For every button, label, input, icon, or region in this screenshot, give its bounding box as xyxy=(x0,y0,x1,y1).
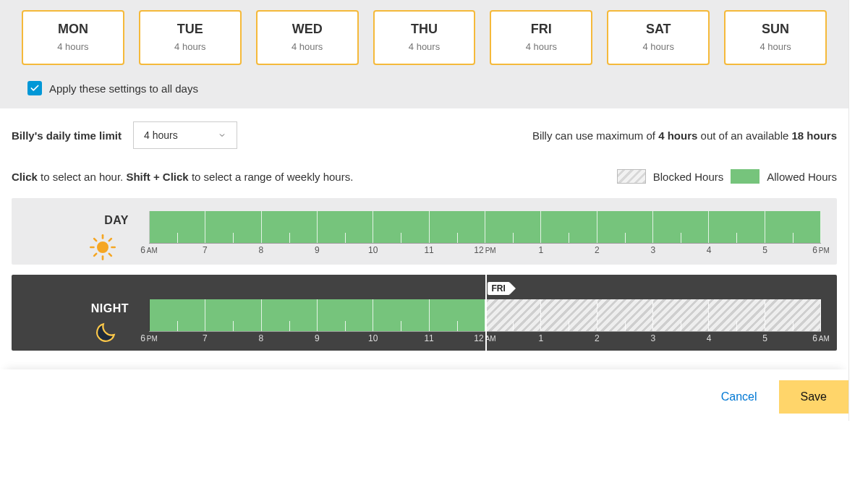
hour-cell[interactable] xyxy=(150,211,205,243)
selection-instructions: Click to select an hour. Shift + Click t… xyxy=(12,171,353,183)
hour-cell[interactable] xyxy=(373,299,429,331)
day-card-abbr: WED xyxy=(258,22,357,37)
legend-allowed-label: Allowed Hours xyxy=(767,171,837,183)
time-tick: 10 xyxy=(368,333,378,343)
day-card-duration: 4 hours xyxy=(23,41,123,52)
day-card-sat[interactable]: SAT4 hours xyxy=(607,10,710,65)
time-tick: 10 xyxy=(368,245,378,255)
hour-cell[interactable] xyxy=(485,211,541,243)
time-tick: 4 xyxy=(707,333,712,343)
time-tick: 9 xyxy=(315,333,320,343)
time-tick: 6AM xyxy=(812,333,830,343)
time-tick: 8 xyxy=(258,245,263,255)
day-card-duration: 4 hours xyxy=(375,41,475,52)
svg-line-5 xyxy=(94,239,96,241)
day-card-abbr: SAT xyxy=(608,22,708,37)
hour-cell[interactable] xyxy=(150,299,205,331)
hour-cell[interactable] xyxy=(262,299,318,331)
schedule-day: DAY 6AM789101112PM123456PM xyxy=(12,198,837,265)
time-tick: 12PM xyxy=(474,245,495,255)
hour-cell[interactable] xyxy=(541,299,597,331)
time-tick: 11 xyxy=(424,245,433,255)
day-card-abbr: THU xyxy=(375,22,475,37)
moon-icon xyxy=(27,321,129,346)
hour-cell[interactable] xyxy=(653,299,709,331)
day-card-abbr: SUN xyxy=(726,22,825,37)
time-tick: 7 xyxy=(203,245,208,255)
daily-limit-selected: 4 hours xyxy=(144,129,178,141)
day-card-abbr: MON xyxy=(23,22,123,37)
day-card-fri[interactable]: FRI4 hours xyxy=(490,10,592,65)
check-icon xyxy=(30,83,40,93)
day-card-sun[interactable]: SUN4 hours xyxy=(724,10,827,65)
time-tick: 5 xyxy=(762,245,767,255)
day-card-duration: 4 hours xyxy=(608,41,708,52)
legend-blocked-label: Blocked Hours xyxy=(653,171,724,183)
time-tick: 1 xyxy=(539,333,544,343)
day-card-mon[interactable]: MON4 hours xyxy=(22,10,124,65)
apply-all-checkbox[interactable] xyxy=(27,81,42,95)
day-card-tue[interactable]: TUE4 hours xyxy=(139,10,242,65)
svg-line-8 xyxy=(109,239,111,241)
hour-cell[interactable] xyxy=(485,299,541,331)
time-tick: 12AM xyxy=(474,333,495,343)
time-tick: 3 xyxy=(650,245,655,255)
time-tick: 8 xyxy=(258,333,263,343)
hour-cell[interactable] xyxy=(373,211,429,243)
footer-actions: Cancel Save xyxy=(0,369,848,421)
hour-cell[interactable] xyxy=(653,211,709,243)
day-card-duration: 4 hours xyxy=(726,41,825,52)
time-tick: 9 xyxy=(315,245,320,255)
day-card-wed[interactable]: WED4 hours xyxy=(256,10,359,65)
legend-blocked-swatch xyxy=(617,169,646,184)
hour-cell[interactable] xyxy=(765,211,821,243)
hour-cell[interactable] xyxy=(205,299,261,331)
day-card-abbr: FRI xyxy=(491,22,591,37)
time-tick: 2 xyxy=(595,333,600,343)
hour-cell[interactable] xyxy=(597,299,653,331)
day-card-duration: 4 hours xyxy=(491,41,591,52)
current-day-marker: FRI xyxy=(488,282,510,295)
svg-line-7 xyxy=(94,254,96,256)
time-tick: 11 xyxy=(424,333,433,343)
day-card-duration: 4 hours xyxy=(140,41,240,52)
time-tick: 5 xyxy=(762,333,767,343)
schedule-night-label: NIGHT xyxy=(27,302,129,315)
time-tick: 7 xyxy=(203,333,208,343)
save-button[interactable]: Save xyxy=(779,380,848,414)
cancel-button[interactable]: Cancel xyxy=(715,383,763,411)
hour-cell[interactable] xyxy=(709,211,765,243)
hour-cell[interactable] xyxy=(430,299,485,331)
time-tick: 2 xyxy=(595,245,600,255)
hour-cell[interactable] xyxy=(765,299,821,331)
legend: Blocked Hours Allowed Hours xyxy=(617,169,837,184)
time-tick: 6AM xyxy=(140,245,158,255)
schedule-night: NIGHT 6PM789101112AM123456AM FRI xyxy=(12,275,837,351)
sun-icon xyxy=(27,233,129,262)
day-card-thu[interactable]: THU4 hours xyxy=(373,10,476,65)
daily-limit-dropdown[interactable]: 4 hours xyxy=(133,121,237,149)
hour-cell[interactable] xyxy=(318,211,373,243)
day-card-abbr: TUE xyxy=(140,22,240,37)
legend-allowed-swatch xyxy=(731,169,760,184)
daily-limit-row: Billy's daily time limit 4 hours Billy c… xyxy=(0,108,848,155)
time-tick: 6PM xyxy=(140,333,158,343)
hour-cell[interactable] xyxy=(318,299,373,331)
time-tick: 1 xyxy=(539,245,544,255)
daily-limit-title: Billy's daily time limit xyxy=(12,129,122,142)
hour-cell[interactable] xyxy=(205,211,261,243)
day-card-duration: 4 hours xyxy=(258,41,357,52)
time-tick: 3 xyxy=(650,333,655,343)
hour-cell[interactable] xyxy=(709,299,765,331)
day-cards-strip: MON4 hoursTUE4 hoursWED4 hoursTHU4 hours… xyxy=(0,0,848,108)
apply-all-label: Apply these settings to all days xyxy=(49,82,198,95)
schedule-day-label: DAY xyxy=(27,214,129,227)
hour-cell[interactable] xyxy=(541,211,597,243)
svg-point-0 xyxy=(98,242,107,252)
hour-cell[interactable] xyxy=(597,211,653,243)
svg-line-6 xyxy=(109,254,111,256)
hour-cell[interactable] xyxy=(262,211,318,243)
time-tick: 6PM xyxy=(812,245,830,255)
time-tick: 4 xyxy=(707,245,712,255)
hour-cell[interactable] xyxy=(430,211,485,243)
